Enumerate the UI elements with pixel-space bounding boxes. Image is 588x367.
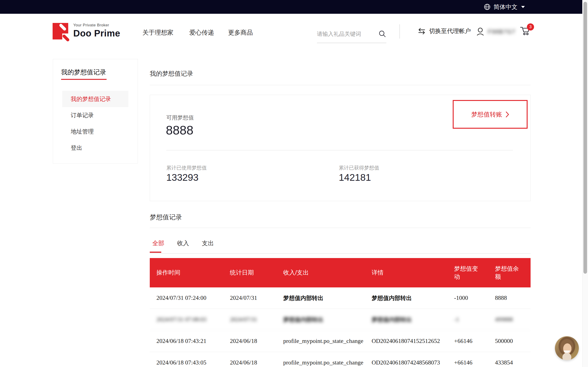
cell-type: profile_mypoint.po_state_change [283,338,372,344]
cell-change: +66146 [454,338,495,344]
table-header: 操作时间统计日期收入/支出详情梦想值变动梦想值余额 [150,258,531,287]
column-header: 详情 [372,269,454,277]
logo-tagline: Your Private Broker [73,23,120,27]
cell-type: profile_mypoint.po_state_change [283,359,372,366]
cell-date: 2024/07/31 [230,294,283,301]
cell-time: 2024/07/31 07:24:00 [156,294,230,301]
table-row: 2024/07/31 07:08:032024/07/31梦想值内部转出梦想值内… [150,309,531,331]
cell-balance: 500000 [495,338,531,344]
sidebar-item-order-records[interactable]: 订单记录 [62,107,128,123]
cell-time: 2024/06/18 07:43:21 [156,338,230,344]
used-dream-value-label: 累计已使用梦想值 [166,165,207,171]
cell-time: 2024/06/18 07:43:05 [156,359,230,366]
earned-dream-value-label: 累计已获得梦想值 [339,165,379,171]
main-content: 我的梦想值记录 可用梦想值 8888 梦想值转账 累计已使用梦想值 133293… [150,0,531,367]
cell-detail: 梦想值内部转出 [372,316,454,323]
records-tabs: 全部 收入 支出 [152,239,214,247]
available-dream-value-label: 可用梦想值 [166,114,194,121]
column-header: 梦想值变动 [454,265,495,281]
card-divider [166,150,513,150]
cell-detail: 梦想值内部转出 [372,294,454,302]
cell-type: 梦想值内部转出 [283,294,372,302]
sidebar-menu: 我的梦想值记录 订单记录 地址管理 登出 [62,91,128,156]
dream-value-summary-card: 可用梦想值 8888 梦想值转账 累计已使用梦想值 133293 累计已获得梦想… [150,95,531,201]
cell-date: 2024/06/18 [230,359,283,366]
cell-type: 梦想值内部转出 [283,316,372,323]
scrollbar-thumb[interactable] [583,2,587,274]
column-header: 操作时间 [156,269,230,277]
records-section-title: 梦想值记录 [150,213,182,222]
logo-brand: Doo Prime [73,28,120,39]
cell-time: 2024/07/31 07:08:03 [156,316,230,323]
tab-income[interactable]: 收入 [177,239,189,247]
cell-change: +66146 [454,359,495,366]
cell-balance: 499888 [495,316,531,323]
dream-value-transfer-button[interactable]: 梦想值转账 [453,100,527,129]
column-header: 梦想值余额 [495,265,531,281]
active-tab-underline [150,252,161,253]
column-header: 收入/支出 [283,269,372,277]
divider [150,227,531,228]
cell-balance: 8888 [495,294,531,301]
page-title: 我的梦想值记录 [150,69,193,78]
page: 简体中文 Your Private Broker Doo Prime 关于理想家… [0,0,588,367]
tab-all[interactable]: 全部 [152,239,164,247]
doo-prime-logo-icon [52,23,68,40]
available-dream-value: 8888 [166,123,193,137]
table-row: 2024/07/31 07:24:002024/07/31梦想值内部转出梦想值内… [150,287,531,309]
divider [150,85,531,85]
earned-dream-value: 142181 [339,172,371,183]
chevron-right-icon [506,111,509,118]
sidebar-item-logout[interactable]: 登出 [62,140,128,156]
cell-change: -1000 [454,294,495,301]
sidebar-item-address-management[interactable]: 地址管理 [62,123,128,140]
cell-detail: OD20240618074248568073 [372,359,454,366]
cell-detail: OD20240618074152512652 [372,338,454,344]
cell-change: -1 [454,316,495,323]
cell-date: 2024/06/18 [230,338,283,344]
logo[interactable]: Your Private Broker Doo Prime [52,23,120,40]
cell-date: 2024/07/31 [230,316,283,323]
support-chat-avatar[interactable] [555,336,579,360]
table-body: 2024/07/31 07:24:002024/07/31梦想值内部转出梦想值内… [150,287,531,367]
table-row: 2024/06/18 07:43:212024/06/18profile_myp… [150,331,531,352]
tab-expense[interactable]: 支出 [202,239,214,247]
column-header: 统计日期 [230,269,283,277]
transfer-label: 梦想值转账 [471,110,502,119]
sidebar-item-dream-records[interactable]: 我的梦想值记录 [62,91,128,107]
sidebar: 我的梦想值记录 我的梦想值记录 订单记录 地址管理 登出 [53,59,138,164]
used-dream-value: 133293 [166,172,199,183]
sidebar-title: 我的梦想值记录 [61,68,106,77]
sidebar-title-underline [61,79,107,80]
cell-balance: 433854 [495,359,531,366]
scrollbar-track [582,0,588,367]
tabs-divider [150,253,531,254]
table-row: 2024/06/18 07:43:052024/06/18profile_myp… [150,352,531,367]
